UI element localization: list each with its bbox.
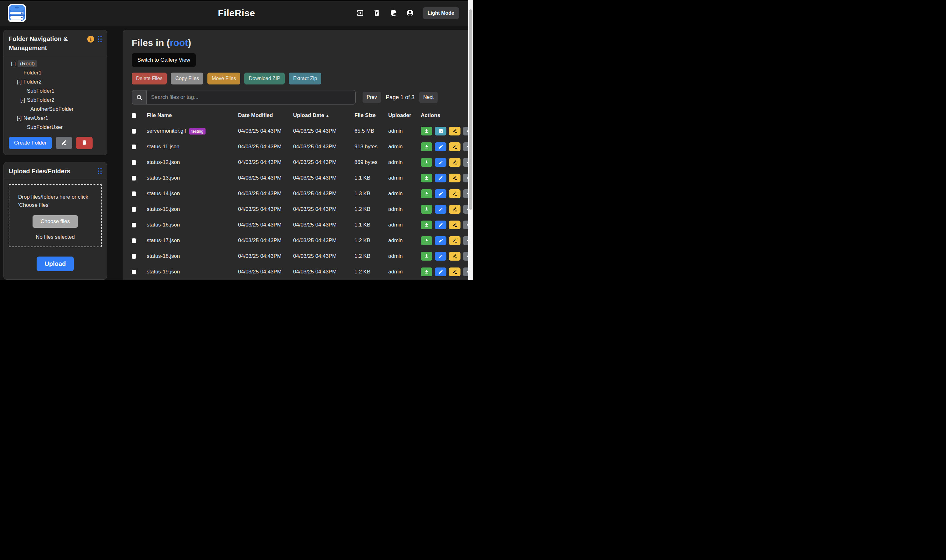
rename-button[interactable]	[449, 252, 460, 261]
file-name[interactable]: servermonitor.gif	[147, 128, 186, 134]
rename-button[interactable]	[449, 174, 460, 182]
admin-shield-icon[interactable]	[389, 9, 397, 17]
root-folder-link[interactable]: root	[170, 37, 188, 48]
select-all-checkbox[interactable]	[132, 113, 136, 118]
search-input[interactable]	[146, 90, 356, 105]
download-button[interactable]	[421, 205, 432, 214]
next-page-button[interactable]: Next	[419, 92, 438, 103]
folder-label[interactable]: AnotherSubFolder	[30, 106, 74, 112]
file-name[interactable]: status-17.json	[147, 237, 180, 244]
delete-files-button[interactable]: Delete Files	[132, 72, 167, 85]
row-checkbox[interactable]	[132, 270, 136, 274]
folder-tree-item[interactable]: [-]SubFolder2	[9, 95, 104, 105]
collapse-toggle[interactable]: [-]	[17, 77, 23, 86]
file-name[interactable]: status-12.json	[147, 159, 180, 166]
copy-files-button[interactable]: Copy Files	[171, 72, 203, 85]
row-checkbox[interactable]	[132, 191, 136, 196]
folder-label[interactable]: NewUser1	[23, 115, 48, 121]
file-name[interactable]: status-14.json	[147, 191, 180, 197]
row-checkbox[interactable]	[132, 176, 136, 180]
folder-label[interactable]: Folder1	[23, 70, 42, 76]
extract-zip-button[interactable]: Extract Zip	[289, 72, 321, 85]
edit-button[interactable]	[435, 236, 446, 245]
folder-tree-item[interactable]: SubFolderUser	[9, 123, 104, 132]
edit-button[interactable]	[435, 252, 446, 261]
folder-tree-item[interactable]: [-]NewUser1	[9, 114, 104, 123]
switch-gallery-view-button[interactable]: Switch to Gallery View	[132, 53, 196, 67]
file-name[interactable]: status-13.json	[147, 175, 180, 181]
file-name[interactable]: status-15.json	[147, 206, 180, 212]
file-name[interactable]: status-16.json	[147, 222, 180, 228]
file-name[interactable]: status-19.json	[147, 269, 180, 275]
rename-button[interactable]	[449, 236, 460, 245]
rename-button[interactable]	[449, 205, 460, 214]
folder-label[interactable]: Folder2	[23, 79, 42, 85]
light-mode-button[interactable]: Light Mode	[423, 7, 459, 19]
rename-button[interactable]	[449, 220, 460, 229]
drag-handle-icon[interactable]	[98, 36, 102, 42]
folder-label[interactable]: SubFolder1	[27, 88, 54, 94]
folder-label[interactable]: SubFolder2	[27, 97, 54, 103]
file-name[interactable]: status-18.json	[147, 253, 180, 259]
edit-button[interactable]	[435, 158, 446, 167]
download-button[interactable]	[421, 127, 432, 135]
create-folder-button[interactable]: Create Folder	[9, 137, 52, 149]
edit-button[interactable]	[435, 205, 446, 214]
col-upload-date[interactable]: Upload Date▲	[293, 112, 354, 118]
prev-page-button[interactable]: Prev	[363, 92, 381, 103]
download-button[interactable]	[421, 158, 432, 167]
download-button[interactable]	[421, 189, 432, 198]
folder-label[interactable]: SubFolderUser	[27, 124, 63, 130]
trash-restore-icon[interactable]	[373, 9, 381, 17]
profile-icon[interactable]	[406, 9, 414, 17]
folder-label[interactable]: (Root)	[17, 60, 37, 67]
download-button[interactable]	[421, 236, 432, 245]
download-button[interactable]	[421, 220, 432, 229]
logout-icon[interactable]	[356, 9, 364, 17]
col-file-size[interactable]: File Size	[354, 112, 388, 118]
download-button[interactable]	[421, 142, 432, 151]
drag-handle-icon[interactable]	[98, 168, 102, 174]
rename-button[interactable]	[449, 142, 460, 151]
col-uploader[interactable]: Uploader	[388, 112, 421, 118]
download-button[interactable]	[421, 174, 432, 182]
move-files-button[interactable]: Move Files	[208, 72, 240, 85]
folder-tree-item[interactable]: Folder1	[9, 68, 104, 77]
rename-button[interactable]	[449, 127, 460, 135]
row-checkbox[interactable]	[132, 160, 136, 165]
upload-button[interactable]: Upload	[37, 257, 74, 271]
file-dropzone[interactable]: Drop files/folders here or click 'Choose…	[9, 184, 102, 247]
file-name[interactable]: status-11.json	[147, 144, 180, 150]
collapse-toggle[interactable]: [-]	[20, 95, 27, 105]
edit-button[interactable]	[435, 174, 446, 182]
col-file-name[interactable]: File Name	[147, 112, 238, 118]
edit-button[interactable]	[435, 142, 446, 151]
row-checkbox[interactable]	[132, 207, 136, 212]
preview-button[interactable]	[435, 127, 446, 135]
row-checkbox[interactable]	[132, 238, 136, 243]
info-icon[interactable]: i	[87, 36, 94, 43]
edit-button[interactable]	[435, 220, 446, 229]
scrollbar-thumb[interactable]	[469, 9, 472, 209]
folder-tree-item[interactable]: [-](Root)	[9, 59, 104, 68]
download-button[interactable]	[421, 252, 432, 261]
search-icon[interactable]	[132, 90, 146, 105]
collapse-toggle[interactable]: [-]	[17, 114, 23, 123]
rename-button[interactable]	[449, 268, 460, 276]
page-scrollbar[interactable]	[468, 0, 473, 280]
edit-button[interactable]	[435, 268, 446, 276]
download-zip-button[interactable]: Download ZIP	[244, 72, 285, 85]
rename-button[interactable]	[449, 158, 460, 167]
rename-folder-button[interactable]	[56, 137, 72, 149]
row-checkbox[interactable]	[132, 145, 136, 149]
folder-tree-item[interactable]: AnotherSubFolder	[9, 105, 104, 114]
folder-tree-item[interactable]: SubFolder1	[9, 86, 104, 95]
collapse-toggle[interactable]: [-]	[11, 59, 17, 68]
row-checkbox[interactable]	[132, 129, 136, 134]
download-button[interactable]	[421, 268, 432, 276]
row-checkbox[interactable]	[132, 254, 136, 259]
row-checkbox[interactable]	[132, 223, 136, 228]
edit-button[interactable]	[435, 189, 446, 198]
col-date-modified[interactable]: Date Modified	[238, 112, 293, 118]
delete-folder-button[interactable]	[76, 137, 92, 149]
